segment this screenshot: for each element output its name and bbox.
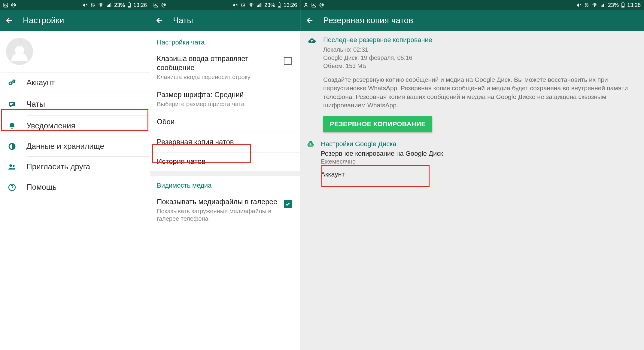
clock: 13:26	[133, 2, 147, 8]
svg-rect-46	[602, 5, 603, 7]
wifi-icon	[98, 2, 104, 8]
backup-to-title[interactable]: Резервное копирование на Google Диск	[321, 150, 638, 158]
svg-rect-36	[278, 6, 280, 8]
backup-size-line: Объём: 153 МБ	[323, 62, 638, 70]
mute-icon	[576, 2, 582, 8]
image-icon	[153, 2, 159, 8]
status-bar: 23% 13:26	[0, 0, 150, 10]
svg-rect-35	[279, 2, 280, 3]
section-divider	[150, 171, 300, 176]
svg-rect-50	[622, 2, 624, 3]
app-bar: Чаты	[150, 10, 300, 31]
svg-rect-48	[604, 3, 605, 7]
svg-rect-17	[10, 104, 13, 105]
at-icon	[161, 2, 166, 8]
screen-chats: 23% 13:26 Чаты Настройки чата Клавиша вв…	[150, 0, 300, 350]
signal-icon	[106, 2, 112, 8]
svg-point-40	[321, 4, 323, 6]
svg-rect-7	[107, 6, 108, 7]
battery-pct: 23%	[114, 2, 125, 8]
content: Настройки чата Клавиша ввода отправляет …	[150, 31, 300, 350]
svg-rect-9	[109, 4, 110, 7]
svg-rect-33	[260, 3, 261, 7]
setting-wallpaper[interactable]: Обои	[150, 113, 300, 131]
settings-item-invite[interactable]: Пригласить друга	[0, 157, 150, 177]
svg-point-25	[163, 4, 165, 6]
svg-rect-45	[601, 6, 601, 7]
setting-backup[interactable]: Резервная копия чатов	[150, 131, 300, 153]
svg-rect-31	[258, 5, 259, 7]
back-button[interactable]	[306, 16, 314, 25]
at-icon	[11, 2, 16, 8]
settings-item-account[interactable]: Аккаунт	[0, 72, 150, 93]
battery-pct: 23%	[608, 2, 619, 8]
section-header-chat: Настройки чата	[150, 31, 300, 50]
settings-item-chats[interactable]: Чаты	[0, 93, 150, 115]
battery-icon	[127, 2, 131, 8]
svg-point-1	[5, 4, 5, 5]
image-icon	[311, 2, 317, 8]
setting-history[interactable]: История чатов	[150, 153, 300, 171]
svg-point-6	[101, 6, 101, 7]
setting-sub: Показывать загруженные медиафайлы в гале…	[157, 207, 280, 223]
settings-item-notifications[interactable]: Уведомления	[0, 116, 150, 136]
mute-icon	[82, 2, 88, 8]
page-title: Настройки	[23, 16, 64, 25]
last-backup-heading: Последнее резервное копирование	[323, 36, 638, 44]
battery-icon	[278, 2, 281, 8]
page-title: Резервная копия чатов	[323, 16, 413, 25]
settings-item-label: Пригласить друга	[26, 162, 90, 171]
svg-point-24	[155, 4, 156, 5]
svg-rect-10	[110, 3, 111, 7]
signal-icon	[600, 2, 606, 8]
backup-gdrive-line: Google Диск: 19 февраля, 05:16	[323, 54, 638, 62]
backup-now-button[interactable]: РЕЗЕРВНОЕ КОПИРОВАНИЕ	[323, 116, 432, 132]
setting-sub: Выберите размер шрифта чата	[157, 100, 293, 108]
account-row[interactable]: Аккаунт	[321, 170, 638, 178]
svg-point-39	[313, 4, 314, 5]
setting-font-size[interactable]: Размер шрифта: Средний Выберите размер ш…	[150, 86, 300, 113]
svg-point-37	[305, 3, 307, 5]
svg-rect-8	[108, 5, 109, 7]
settings-item-data[interactable]: Данные и хранилище	[0, 136, 150, 156]
settings-item-help[interactable]: Помощь	[0, 177, 150, 197]
setting-sub: Клавиша ввода переносит строку	[157, 73, 280, 81]
settings-item-label: Помощь	[26, 183, 56, 192]
backup-description: Создайте резервную копию сообщений и мед…	[323, 75, 638, 109]
at-icon	[319, 2, 324, 8]
status-bar: 23% 13:28	[300, 0, 644, 10]
svg-rect-51	[622, 6, 624, 8]
avatar	[6, 38, 33, 65]
back-button[interactable]	[156, 16, 164, 25]
content: Аккаунт Чаты Уведомления Данные и хранил…	[0, 31, 150, 350]
chat-icon	[7, 100, 17, 108]
person-icon	[303, 2, 309, 8]
checkbox-checked[interactable]	[284, 200, 292, 208]
bell-icon	[7, 122, 17, 130]
svg-rect-47	[603, 4, 604, 7]
setting-enter-send[interactable]: Клавиша ввода отправляет сообщение Клави…	[150, 50, 300, 86]
wifi-icon	[592, 2, 598, 8]
svg-point-14	[9, 82, 12, 84]
app-bar: Настройки	[0, 10, 150, 31]
svg-rect-13	[128, 6, 130, 8]
setting-title: Показывать медиафайлы в галерее	[157, 197, 280, 206]
alarm-icon	[240, 2, 246, 8]
back-button[interactable]	[5, 16, 14, 25]
svg-rect-32	[260, 4, 260, 7]
backup-to-sub: Ежемесячно	[321, 158, 638, 165]
settings-list: Аккаунт Чаты Уведомления Данные и хранил…	[0, 72, 150, 197]
people-icon	[7, 163, 17, 171]
screen-settings: 23% 13:26 Настройки Аккаунт Чаты	[0, 0, 150, 350]
status-bar: 23% 13:26	[150, 0, 300, 10]
section-header-media: Видимость медиа	[150, 176, 300, 193]
help-icon	[7, 183, 17, 191]
svg-rect-15	[9, 102, 15, 106]
profile-row[interactable]	[0, 31, 150, 72]
key-icon	[7, 79, 17, 87]
checkbox-unchecked[interactable]	[284, 57, 292, 65]
setting-media-visibility[interactable]: Показывать медиафайлы в галерее Показыва…	[150, 193, 300, 227]
alarm-icon	[584, 2, 589, 8]
cloud-up-icon	[306, 36, 318, 132]
svg-point-20	[13, 165, 15, 167]
